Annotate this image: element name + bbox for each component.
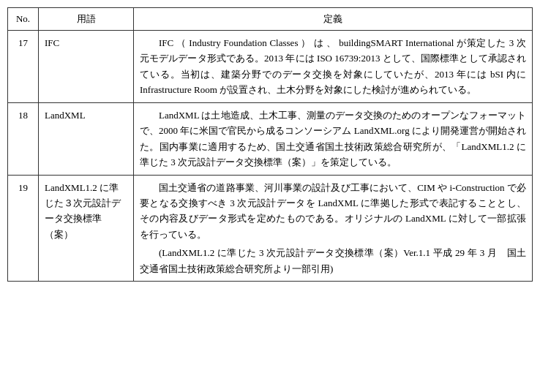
table-row: 19LandXML1.2 に準じた３次元設計データ交換標準（案）国土交通省の道路…	[8, 175, 533, 282]
cell-term: LandXML	[39, 102, 134, 175]
header-term: 用語	[39, 8, 134, 31]
cell-no: 19	[8, 175, 39, 282]
cell-definition: 国土交通省の道路事業、河川事業の設計及び工事において、CIM や i-Const…	[134, 175, 533, 282]
header-no: No.	[8, 8, 39, 31]
table-row: 17IFCIFC （ Industry Foundation Classes ）…	[8, 31, 533, 103]
cell-no: 17	[8, 31, 39, 103]
cell-definition: LandXML は土地造成、土木工事、測量のデータ交換のためのオープンなフォーマ…	[134, 102, 533, 175]
cell-term: LandXML1.2 に準じた３次元設計データ交換標準（案）	[39, 175, 134, 282]
cell-no: 18	[8, 102, 39, 175]
cell-definition: IFC （ Industry Foundation Classes ） は 、 …	[134, 31, 533, 103]
terminology-table: No. 用語 定義 17IFCIFC （ Industry Foundation…	[7, 7, 533, 282]
table-row: 18LandXMLLandXML は土地造成、土木工事、測量のデータ交換のための…	[8, 102, 533, 175]
header-definition: 定義	[134, 8, 533, 31]
cell-term: IFC	[39, 31, 134, 103]
